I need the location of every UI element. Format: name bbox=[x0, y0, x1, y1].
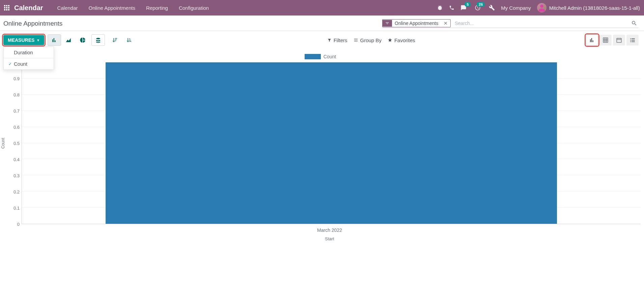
search-input[interactable] bbox=[453, 19, 630, 27]
nav-links: Calendar Online Appointments Reporting C… bbox=[53, 3, 214, 13]
svg-rect-2 bbox=[603, 38, 608, 42]
pie-chart-button[interactable] bbox=[76, 34, 89, 46]
sort-group bbox=[108, 34, 136, 46]
legend-label: Count bbox=[324, 54, 336, 59]
messages-icon[interactable]: 5 bbox=[460, 5, 467, 11]
caret-down-icon: ▼ bbox=[36, 38, 40, 42]
x-axis-title: Start bbox=[19, 236, 641, 241]
y-tick: 0.9 bbox=[13, 76, 20, 81]
plot[interactable] bbox=[22, 62, 641, 224]
messages-badge: 5 bbox=[465, 2, 471, 7]
activities-badge: 26 bbox=[477, 2, 485, 7]
y-tick: 0.1 bbox=[13, 206, 20, 211]
filter-icon bbox=[383, 20, 392, 27]
tools-icon[interactable] bbox=[489, 5, 495, 11]
search-icon[interactable] bbox=[630, 19, 639, 28]
y-tick: 0.8 bbox=[13, 92, 20, 97]
groupby-button[interactable]: Group By bbox=[354, 37, 382, 43]
nav-configuration[interactable]: Configuration bbox=[174, 3, 214, 13]
x-tick-label: March 2022 bbox=[19, 227, 641, 233]
measure-count[interactable]: ✓ Count bbox=[4, 58, 54, 69]
company-selector[interactable]: My Company bbox=[501, 5, 531, 11]
user-menu[interactable]: Mitchell Admin (13818026-saas-15-1-all) bbox=[537, 3, 640, 12]
nav-reporting[interactable]: Reporting bbox=[141, 3, 173, 13]
plot-area: Count 0.9 0.8 0.7 0.6 0.5 0.4 0.3 0.2 0.… bbox=[0, 62, 641, 224]
line-chart-button[interactable] bbox=[62, 34, 75, 46]
measure-label: Duration bbox=[14, 50, 33, 55]
cp-middle: Filters Group By Favorites bbox=[307, 37, 415, 43]
measures-dropdown: Duration ✓ Count bbox=[3, 47, 54, 70]
stacked-button[interactable] bbox=[91, 34, 105, 46]
y-tick: 0.7 bbox=[13, 109, 20, 114]
y-tick: 0.3 bbox=[13, 173, 20, 178]
svg-rect-3 bbox=[617, 38, 621, 42]
calendar-view-button[interactable] bbox=[613, 35, 625, 45]
filters-button[interactable]: Filters bbox=[327, 37, 347, 43]
search-facet: Online Appointments ✕ bbox=[382, 19, 451, 27]
navbar-right: 5 26 My Company Mitchell Admin (13818026… bbox=[437, 3, 640, 12]
brand: Calendar bbox=[14, 4, 43, 12]
apps-icon[interactable] bbox=[4, 5, 9, 10]
chart-type-group bbox=[48, 34, 89, 46]
facet-remove[interactable]: ✕ bbox=[441, 21, 450, 26]
y-tick: 0.6 bbox=[13, 125, 20, 130]
y-tick: 0.5 bbox=[13, 141, 20, 146]
measure-label: Count bbox=[14, 61, 27, 67]
y-tick: 0 bbox=[17, 222, 20, 227]
y-tick: 0.4 bbox=[13, 157, 20, 162]
view-switcher bbox=[586, 35, 639, 45]
measure-duration[interactable]: Duration bbox=[4, 47, 54, 58]
phone-icon[interactable] bbox=[449, 5, 454, 10]
sort-asc-button[interactable] bbox=[122, 34, 136, 46]
pivot-view-button[interactable] bbox=[599, 35, 612, 45]
filters-label: Filters bbox=[334, 37, 347, 43]
groupby-label: Group By bbox=[360, 37, 382, 43]
legend-swatch bbox=[305, 54, 321, 59]
bug-icon[interactable] bbox=[437, 5, 443, 11]
favorites-button[interactable]: Favorites bbox=[388, 37, 415, 43]
svg-point-1 bbox=[96, 38, 100, 39]
avatar bbox=[537, 3, 547, 12]
facet-label: Online Appointments bbox=[392, 20, 441, 27]
y-axis: 0.9 0.8 0.7 0.6 0.5 0.4 0.3 0.2 0.1 0 bbox=[6, 62, 22, 224]
legend-item[interactable]: Count bbox=[305, 54, 336, 59]
bar[interactable] bbox=[106, 62, 557, 224]
control-panel: MEASURES ▼ bbox=[0, 31, 644, 49]
search-area: Online Appointments ✕ bbox=[382, 19, 639, 28]
user-name: Mitchell Admin (13818026-saas-15-1-all) bbox=[549, 5, 640, 11]
measures-button[interactable]: MEASURES ▼ bbox=[3, 35, 44, 45]
activities-icon[interactable]: 26 bbox=[475, 5, 481, 11]
nav-online-appointments[interactable]: Online Appointments bbox=[84, 3, 140, 13]
nav-calendar[interactable]: Calendar bbox=[53, 3, 83, 13]
favorites-label: Favorites bbox=[394, 37, 415, 43]
bar-chart-button[interactable] bbox=[48, 34, 61, 46]
graph-view-button[interactable] bbox=[586, 35, 598, 45]
page-title: Online Appointments bbox=[3, 20, 62, 27]
chart-legend: Count bbox=[0, 52, 641, 62]
sort-desc-button[interactable] bbox=[108, 34, 122, 46]
measures-label: MEASURES bbox=[8, 37, 34, 43]
y-axis-title: Count bbox=[0, 138, 6, 149]
chart-container: Count Count 0.9 0.8 0.7 0.6 0.5 0.4 0.3 … bbox=[0, 49, 644, 245]
svg-point-0 bbox=[540, 5, 543, 8]
navbar: Calendar Calendar Online Appointments Re… bbox=[0, 0, 644, 16]
check-icon: ✓ bbox=[8, 62, 14, 66]
list-view-button[interactable] bbox=[626, 35, 639, 45]
y-tick: 0.2 bbox=[13, 189, 20, 194]
header-row: Online Appointments Online Appointments … bbox=[0, 16, 644, 31]
cp-left: MEASURES ▼ bbox=[3, 34, 136, 46]
